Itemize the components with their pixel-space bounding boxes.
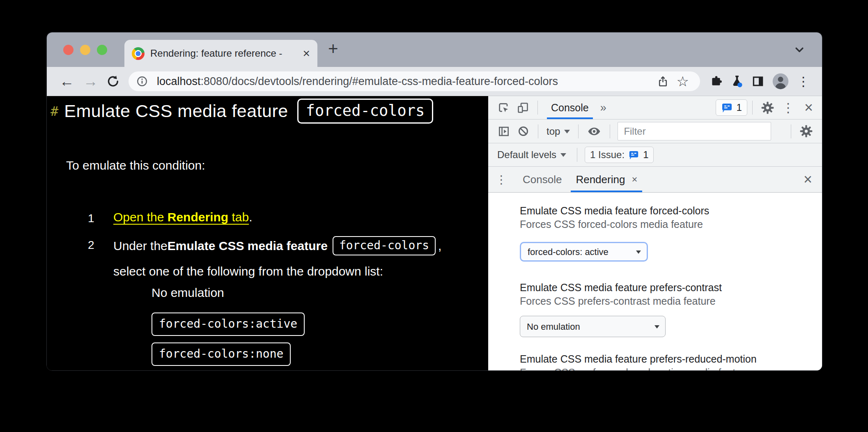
section-desc: Forces CSS prefers-contrast media featur… xyxy=(520,294,822,308)
back-button[interactable]: ← xyxy=(60,74,74,89)
drawer-tab-rendering-label: Rendering xyxy=(576,173,625,186)
rendering-panel: Emulate CSS media feature forced-colors … xyxy=(488,193,822,371)
link-bold: Rendering xyxy=(168,210,228,224)
browser-toolbar: ← → localhost:8080/docs/devtools/renderi… xyxy=(47,67,822,96)
browser-menu-kebab-icon[interactable]: ⋮ xyxy=(797,75,810,88)
context-label: top xyxy=(547,126,560,137)
url-text[interactable]: localhost:8080/docs/devtools/rendering/#… xyxy=(157,75,653,88)
log-levels-selector[interactable]: Default levels xyxy=(497,149,566,161)
levels-label: Default levels xyxy=(497,149,556,161)
inspect-element-icon[interactable] xyxy=(497,101,510,114)
zoom-window-button[interactable] xyxy=(97,45,107,55)
eye-icon[interactable] xyxy=(587,124,602,139)
traffic-lights xyxy=(63,45,107,55)
prefers-contrast-select[interactable]: No emulation xyxy=(520,316,666,337)
new-tab-button[interactable]: + xyxy=(328,40,338,59)
chat-bubble-icon xyxy=(721,102,733,113)
link-pre: Open the xyxy=(113,210,168,224)
console-toolbar: top xyxy=(488,119,822,143)
devtools-close-icon[interactable]: × xyxy=(804,100,813,115)
omnibox[interactable]: localhost:8080/docs/devtools/rendering/#… xyxy=(129,71,700,91)
drawer-tabbar: ⋮ Console Rendering × × xyxy=(488,167,822,193)
side-panel-icon[interactable] xyxy=(751,75,765,88)
devtools-main-tabbar: Console » 1 ⋮ × xyxy=(488,96,822,119)
divider xyxy=(791,124,791,138)
reload-button[interactable] xyxy=(106,75,120,88)
minimize-window-button[interactable] xyxy=(80,45,90,55)
close-window-button[interactable] xyxy=(63,45,73,55)
section-title: Emulate CSS media feature prefers-contra… xyxy=(520,281,822,294)
extensions-puzzle-icon[interactable] xyxy=(710,75,723,88)
heading-anchor-hash-icon[interactable]: # xyxy=(51,103,58,119)
browser-tab[interactable]: Rendering: feature reference - × xyxy=(124,40,317,67)
drawer-tab-close-icon[interactable]: × xyxy=(631,174,637,185)
link-post: tab xyxy=(228,210,249,224)
drawer-tab-rendering[interactable]: Rendering × xyxy=(574,167,639,192)
filter-input[interactable] xyxy=(618,122,771,140)
devtools-panel: Console » 1 ⋮ × xyxy=(488,96,822,371)
tab-title: Rendering: feature reference - xyxy=(150,48,299,59)
option-forced-colors-active: forced-colors:active xyxy=(152,313,305,336)
intro-text: To emulate this condition: xyxy=(66,159,205,172)
issue-chat-icon xyxy=(628,150,639,160)
step2-line1: Under the Emulate CSS media featureforce… xyxy=(113,236,441,255)
divider xyxy=(752,101,753,115)
section-desc: Forces CSS forced-colors media feature xyxy=(520,218,822,231)
divider xyxy=(610,124,610,138)
profile-avatar[interactable] xyxy=(772,73,789,90)
more-tabs-icon[interactable]: » xyxy=(600,101,606,114)
caret-down-icon xyxy=(564,130,570,136)
site-info-icon[interactable] xyxy=(136,75,148,87)
device-toolbar-icon[interactable] xyxy=(517,101,529,114)
divider xyxy=(577,148,577,162)
section-title: Emulate CSS media feature forced-colors xyxy=(520,204,822,218)
messages-badge-button[interactable]: 1 xyxy=(716,99,747,116)
page-title: Emulate CSS media feature xyxy=(64,101,288,121)
forced-colors-select-value: forced-colors: active xyxy=(528,245,609,259)
tab-close-icon[interactable]: × xyxy=(303,47,310,60)
step2-line2: select one of the following from the dro… xyxy=(113,264,383,278)
url-path: :8080/docs/devtools/rendering/#emulate-c… xyxy=(201,75,558,87)
window-content: # Emulate CSS media feature forced-color… xyxy=(47,96,822,371)
messages-count: 1 xyxy=(737,102,742,113)
drawer-menu-kebab-icon[interactable]: ⋮ xyxy=(496,173,507,186)
experiments-flask-icon[interactable] xyxy=(730,74,744,88)
divider xyxy=(538,124,538,138)
devtools-menu-kebab-icon[interactable]: ⋮ xyxy=(782,101,795,114)
chrome-favicon-icon xyxy=(132,47,145,60)
share-icon[interactable] xyxy=(657,75,669,88)
tab-search-chevron-icon[interactable] xyxy=(792,43,806,57)
section-title: Emulate CSS media feature prefers-reduce… xyxy=(520,352,822,366)
settings-gear-icon[interactable] xyxy=(761,101,774,115)
step1-number: 1 xyxy=(88,212,94,225)
page-title-code-chip: forced-colors xyxy=(297,99,434,124)
section-desc: Forces CSS prefers-reduced-motion media … xyxy=(520,366,822,371)
step2-code-chip: forced-colors xyxy=(333,236,436,255)
divider xyxy=(578,124,579,138)
option-forced-colors-none: forced-colors:none xyxy=(152,342,291,366)
issues-count: 1 xyxy=(643,149,648,161)
option-no-emulation: No emulation xyxy=(152,286,224,300)
tab-console[interactable]: Console xyxy=(549,96,591,119)
divider xyxy=(537,101,538,115)
console-levels-bar: Default levels 1 Issue: 1 xyxy=(488,143,822,167)
browser-window: Rendering: feature reference - × + ← → l… xyxy=(46,32,822,371)
rendering-tab-link[interactable]: Open the Rendering tab xyxy=(113,210,249,224)
tab-strip: Rendering: feature reference - × + xyxy=(47,32,822,67)
console-sidebar-icon[interactable] xyxy=(497,125,510,138)
forward-button[interactable]: → xyxy=(83,74,98,89)
forced-colors-select[interactable]: forced-colors: active xyxy=(520,242,648,262)
step2-number: 2 xyxy=(88,239,94,252)
url-host: localhost xyxy=(157,75,201,87)
issues-button[interactable]: 1 Issue: 1 xyxy=(585,147,654,163)
drawer-close-icon[interactable]: × xyxy=(804,172,812,187)
step2-comma: , xyxy=(438,239,441,253)
clear-console-icon[interactable] xyxy=(517,125,530,138)
caret-down-icon xyxy=(636,250,641,256)
page-viewport: # Emulate CSS media feature forced-color… xyxy=(47,96,488,371)
caret-down-icon xyxy=(654,325,659,331)
console-settings-gear-icon[interactable] xyxy=(799,124,813,138)
bookmark-star-icon[interactable]: ☆ xyxy=(677,74,689,88)
drawer-tab-console[interactable]: Console xyxy=(521,167,563,192)
context-selector[interactable]: top xyxy=(547,126,570,137)
